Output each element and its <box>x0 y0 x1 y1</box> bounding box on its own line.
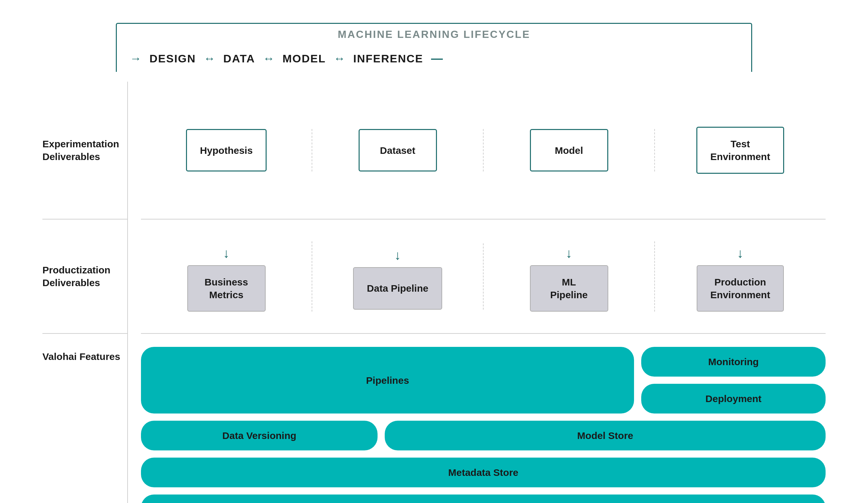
phase-design: DESIGN <box>149 52 196 65</box>
valohai-row-4: Machine Orchestration <box>141 494 826 503</box>
down-arrow-3: ↓ <box>566 246 572 261</box>
arrow-both-3: ↔ <box>334 52 345 65</box>
down-arrow-1: ↓ <box>223 246 230 261</box>
feature-pipelines: Pipelines <box>141 347 634 413</box>
label-experimentation: Experimentation Deliverables <box>42 82 127 219</box>
arrow-end: — <box>431 52 443 65</box>
valohai-row-1: Pipelines Monitoring Deployment <box>141 347 826 413</box>
col-design-exp: Hypothesis <box>141 129 312 171</box>
label-productization: Productization Deliverables <box>42 219 127 333</box>
col-inference-exp: TestEnvironment <box>655 127 826 174</box>
col-inference-prod: ↓ ProductionEnvironment <box>655 241 826 312</box>
arrow-both-1: ↔ <box>204 52 215 65</box>
col-model-exp: Model <box>484 129 655 171</box>
down-arrow-2: ↓ <box>394 248 401 263</box>
phase-inference: INFERENCE <box>353 52 423 65</box>
feature-metadata-store: Metadata Store <box>141 457 826 487</box>
row-labels: Experimentation Deliverables Productizat… <box>42 82 127 503</box>
grid-area: Hypothesis Dataset Model TestEnvironment <box>127 82 826 503</box>
experimentation-row: Hypothesis Dataset Model TestEnvironment <box>141 82 826 219</box>
arrow-both-2: ↔ <box>263 52 275 65</box>
feature-machine-orchestration: Machine Orchestration <box>141 494 826 503</box>
feature-model-store: Model Store <box>385 421 826 450</box>
box-dataset: Dataset <box>359 129 437 171</box>
col-design-prod: ↓ BusinessMetrics <box>141 241 312 312</box>
diagram-container: MACHINE LEARNING LIFECYCLE → DESIGN ↔ DA… <box>42 23 826 480</box>
box-business-metrics: BusinessMetrics <box>187 265 266 312</box>
box-test-environment: TestEnvironment <box>696 127 784 174</box>
col-data-prod: ↓ Data Pipeline <box>312 243 484 310</box>
box-data-pipeline: Data Pipeline <box>353 267 442 310</box>
arrow-start: → <box>130 52 142 65</box>
valohai-section: Pipelines Monitoring Deployment Data Ver… <box>141 333 826 503</box>
productization-row: ↓ BusinessMetrics ↓ Data Pipeline ↓ <box>141 219 826 333</box>
valohai-row-2: Data Versioning Model Store <box>141 421 826 450</box>
phase-model: MODEL <box>282 52 326 65</box>
label-valohai: Valohai Features <box>42 333 127 503</box>
lifecycle-phases: → DESIGN ↔ DATA ↔ MODEL ↔ INFERENCE — <box>116 45 752 72</box>
box-hypothesis: Hypothesis <box>186 129 267 171</box>
valohai-grid: Pipelines Monitoring Deployment Data Ver… <box>141 347 826 503</box>
box-production-environment: ProductionEnvironment <box>697 265 784 312</box>
monitoring-deployment-col: Monitoring Deployment <box>641 347 826 413</box>
down-arrow-4: ↓ <box>737 246 744 261</box>
lifecycle-header: MACHINE LEARNING LIFECYCLE → DESIGN ↔ DA… <box>42 23 826 72</box>
feature-deployment: Deployment <box>641 384 826 413</box>
lifecycle-title: MACHINE LEARNING LIFECYCLE <box>116 23 752 45</box>
phase-data: DATA <box>223 52 255 65</box>
box-model: Model <box>530 129 608 171</box>
main-content: Experimentation Deliverables Productizat… <box>42 82 826 503</box>
valohai-row-3: Metadata Store <box>141 457 826 487</box>
top-section: Hypothesis Dataset Model TestEnvironment <box>141 82 826 333</box>
feature-monitoring: Monitoring <box>641 347 826 376</box>
col-model-prod: ↓ MLPipeline <box>484 241 655 312</box>
box-ml-pipeline: MLPipeline <box>530 265 608 312</box>
feature-data-versioning: Data Versioning <box>141 421 378 450</box>
col-data-exp: Dataset <box>312 129 484 171</box>
